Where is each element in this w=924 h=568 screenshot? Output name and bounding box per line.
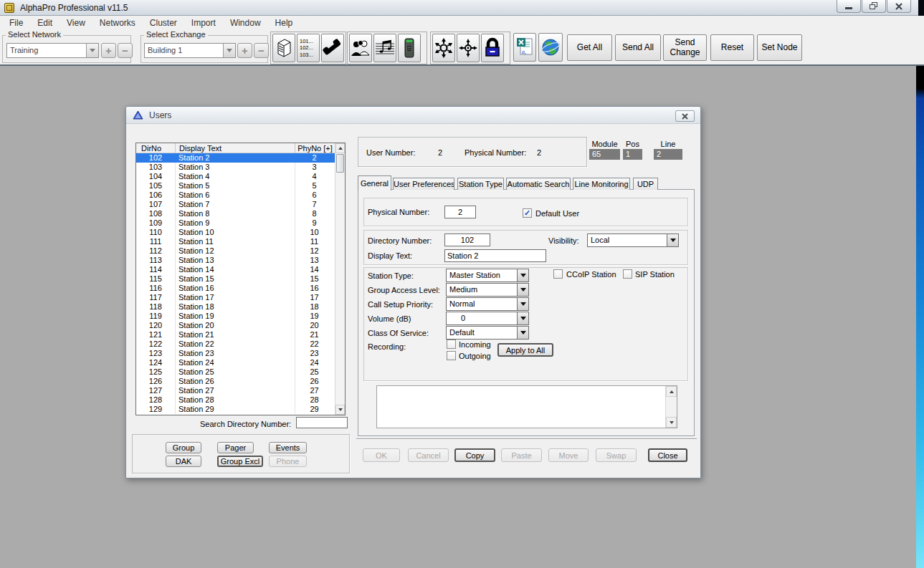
visibility-combo-arrow[interactable] <box>667 234 678 246</box>
list-row[interactable]: 122Station 2222 <box>136 340 335 349</box>
scroll-thumb[interactable] <box>336 154 344 173</box>
ccoip-station-checkbox[interactable] <box>553 269 563 279</box>
menu-cluster[interactable]: Cluster <box>143 16 184 29</box>
set-node-button[interactable]: Set Node <box>757 34 802 61</box>
column-header-dirno[interactable]: DirNo <box>136 143 176 153</box>
pager-button[interactable]: Pager <box>217 442 254 453</box>
exchange-combo[interactable]: Building 1 <box>144 43 236 58</box>
column-header-display-text[interactable]: Display Text <box>176 143 295 153</box>
list-row[interactable]: 106Station 66 <box>136 191 335 200</box>
close-button[interactable]: Close <box>648 448 687 462</box>
list-row[interactable]: 124Station 2424 <box>136 358 335 367</box>
list-row[interactable]: 129Station 2929 <box>136 405 335 414</box>
handset-icon[interactable] <box>321 34 344 62</box>
get-all-button[interactable]: Get All <box>567 34 612 61</box>
cancel-button[interactable]: Cancel <box>408 448 449 462</box>
group-access-combo[interactable]: Medium <box>446 283 529 297</box>
tab-user-preferences[interactable]: User Preferences <box>393 178 454 190</box>
menu-edit[interactable]: Edit <box>30 16 59 29</box>
list-row[interactable]: 110Station 1010 <box>136 228 335 237</box>
broadcast-icon[interactable] <box>432 34 455 62</box>
call-setup-combo-arrow[interactable] <box>517 298 528 310</box>
call-setup-combo[interactable]: Normal <box>446 297 529 311</box>
menu-view[interactable]: View <box>59 16 92 29</box>
menu-window[interactable]: Window <box>223 16 268 29</box>
tab-line-monitoring[interactable]: Line Monitoring <box>573 178 630 190</box>
scroll-up-button[interactable] <box>335 143 345 153</box>
paste-button[interactable]: Paste <box>501 448 542 462</box>
dak-button[interactable]: DAK <box>166 456 201 467</box>
network-combo[interactable]: Training <box>6 43 99 58</box>
volume-combo[interactable]: 0 <box>446 312 529 325</box>
list-row[interactable]: 109Station 99 <box>136 218 335 228</box>
list-row[interactable]: 117Station 1717 <box>136 293 335 302</box>
station-type-combo[interactable]: Master Station <box>446 269 529 282</box>
list-row[interactable]: 126Station 2626 <box>136 377 335 386</box>
ok-button[interactable]: OK <box>363 448 400 462</box>
users-group-icon[interactable] <box>349 34 372 62</box>
notes-listbox[interactable] <box>376 385 677 428</box>
list-row[interactable]: 119Station 1919 <box>136 312 335 321</box>
notes-scrollbar[interactable] <box>665 386 677 428</box>
tab-udp[interactable]: UDP <box>633 178 658 190</box>
phone-button[interactable]: Phone <box>269 456 307 467</box>
reset-button[interactable]: Reset <box>710 34 754 61</box>
tab-automatic-search[interactable]: Automatic Search <box>506 178 571 190</box>
volume-combo-arrow[interactable] <box>517 312 528 324</box>
class-of-service-combo[interactable]: Default <box>446 326 529 340</box>
sip-station-checkbox[interactable] <box>623 269 632 279</box>
column-header-phyno[interactable]: PhyNo [+] <box>295 143 335 153</box>
list-row[interactable]: 105Station 55 <box>136 181 335 191</box>
list-row[interactable]: 111Station 1111 <box>136 237 335 246</box>
dialog-close-button[interactable] <box>675 110 695 122</box>
list-row[interactable]: 128Station 2828 <box>136 395 335 405</box>
minimize-button[interactable] <box>837 0 861 13</box>
scroll-up-button[interactable] <box>666 386 677 397</box>
menu-import[interactable]: Import <box>184 16 223 29</box>
list-row[interactable]: 115Station 1515 <box>136 274 335 284</box>
visibility-combo[interactable]: Local <box>587 234 679 247</box>
group-excl-button[interactable]: Group Excl <box>217 456 263 467</box>
audio-program-icon[interactable] <box>373 34 396 62</box>
list-row[interactable]: 123Station 2323 <box>136 349 335 358</box>
scroll-down-button[interactable] <box>335 405 345 415</box>
recording-incoming-checkbox[interactable] <box>447 340 456 349</box>
close-button[interactable] <box>887 0 911 13</box>
list-row[interactable]: 107Station 77 <box>136 200 335 209</box>
directory-number-field[interactable] <box>444 234 490 246</box>
web-globe-icon[interactable] <box>538 33 563 62</box>
list-row[interactable]: 112Station 1212 <box>136 246 335 256</box>
tab-station-type[interactable]: Station Type <box>457 178 504 190</box>
menu-file[interactable]: File <box>2 16 30 29</box>
menu-help[interactable]: Help <box>268 16 300 29</box>
tab-general[interactable]: General <box>358 175 391 191</box>
lock-icon[interactable] <box>481 34 504 62</box>
swap-button[interactable]: Swap <box>596 448 637 462</box>
events-button[interactable]: Events <box>269 442 307 453</box>
add-exchange-button[interactable]: + <box>237 43 252 58</box>
copy-button[interactable]: Copy <box>454 448 495 462</box>
send-all-button[interactable]: Send All <box>615 34 661 61</box>
list-row[interactable]: 102Station 22 <box>136 153 335 163</box>
display-text-field[interactable] <box>444 249 546 262</box>
remove-exchange-button[interactable]: − <box>254 43 269 58</box>
directory-numbers-icon[interactable]: 101...102...103... <box>297 34 320 62</box>
list-row[interactable]: 104Station 44 <box>136 172 335 181</box>
send-change-button[interactable]: Send Change <box>663 34 707 61</box>
apply-to-all-button[interactable]: Apply to All <box>497 343 553 357</box>
list-row[interactable]: 120Station 2020 <box>136 321 335 330</box>
list-row[interactable]: 127Station 2727 <box>136 386 335 395</box>
list-row[interactable]: 103Station 33 <box>136 163 335 172</box>
list-scrollbar[interactable] <box>335 143 345 415</box>
scroll-down-button[interactable] <box>666 417 677 428</box>
excel-export-icon[interactable]: a, <box>513 33 536 62</box>
list-row[interactable]: 125Station 2525 <box>136 367 335 377</box>
station-type-combo-arrow[interactable] <box>517 269 528 281</box>
class-of-service-combo-arrow[interactable] <box>517 327 528 339</box>
list-row[interactable]: 114Station 1414 <box>136 265 335 274</box>
network-combo-arrow[interactable] <box>86 44 98 57</box>
add-network-button[interactable]: + <box>101 43 116 58</box>
search-directory-input[interactable] <box>296 417 348 428</box>
list-row[interactable]: 116Station 1616 <box>136 284 335 293</box>
auto-search-icon[interactable] <box>457 34 480 62</box>
